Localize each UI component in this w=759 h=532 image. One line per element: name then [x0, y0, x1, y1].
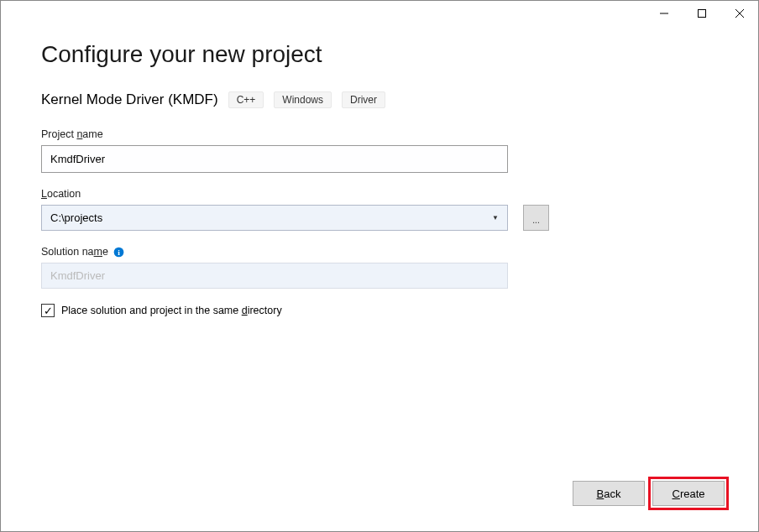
checkmark-icon: ✓: [44, 305, 53, 316]
tag-windows: Windows: [274, 91, 332, 108]
close-button[interactable]: [720, 1, 758, 26]
same-directory-row: ✓ Place solution and project in the same…: [41, 304, 718, 317]
location-value: C:\projects: [50, 211, 492, 224]
tag-cpp: C++: [228, 91, 264, 108]
tag-driver: Driver: [342, 91, 385, 108]
browse-location-button[interactable]: ...: [523, 205, 549, 231]
chevron-down-icon: ▼: [492, 214, 499, 222]
create-button[interactable]: Create: [652, 481, 725, 506]
window-titlebar: [645, 1, 758, 26]
template-row: Kernel Mode Driver (KMDF) C++ Windows Dr…: [41, 91, 718, 108]
maximize-icon: [698, 9, 706, 18]
svg-rect-1: [698, 10, 705, 18]
location-label: Location: [41, 188, 718, 200]
dialog-footer: Back Create: [573, 481, 725, 506]
maximize-button[interactable]: [683, 1, 720, 26]
solution-name-input: KmdfDriver: [41, 263, 508, 289]
minimize-icon: [660, 9, 668, 18]
project-name-input[interactable]: [41, 145, 508, 173]
project-name-label: Project name: [41, 128, 718, 140]
same-directory-checkbox[interactable]: ✓: [41, 304, 55, 317]
back-button[interactable]: Back: [573, 481, 645, 506]
same-directory-label[interactable]: Place solution and project in the same d…: [61, 305, 282, 316]
close-icon: [735, 9, 744, 18]
location-combobox[interactable]: C:\projects ▼: [41, 205, 508, 231]
solution-name-group: Solution name i KmdfDriver: [41, 246, 718, 289]
location-group: Location C:\projects ▼ ...: [41, 188, 718, 231]
template-name: Kernel Mode Driver (KMDF): [41, 91, 218, 108]
minimize-button[interactable]: [645, 1, 683, 26]
page-title: Configure your new project: [41, 41, 718, 68]
project-name-group: Project name: [41, 128, 718, 173]
svg-text:i: i: [118, 248, 120, 256]
info-icon[interactable]: i: [113, 247, 124, 258]
solution-name-label: Solution name: [41, 246, 108, 258]
